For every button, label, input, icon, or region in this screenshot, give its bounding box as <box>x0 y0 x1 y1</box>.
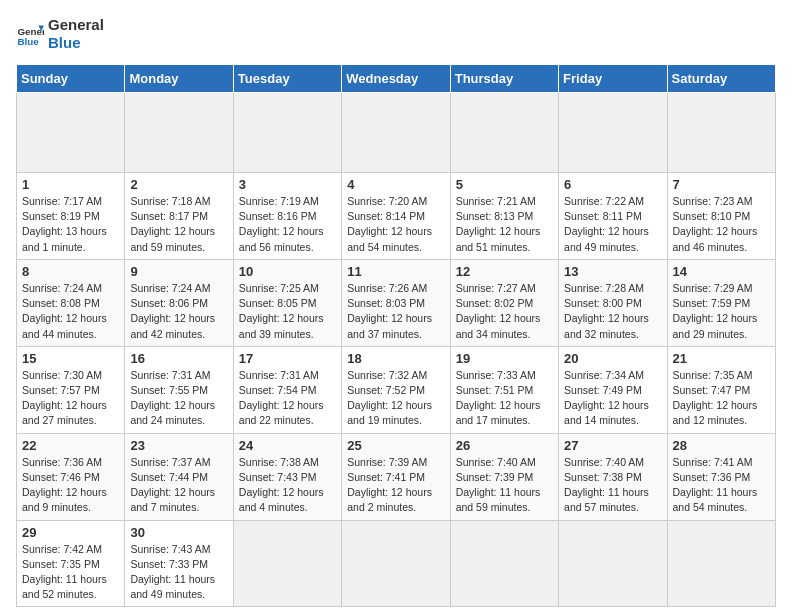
column-header-monday: Monday <box>125 65 233 93</box>
day-info: Sunrise: 7:26 AM Sunset: 8:03 PM Dayligh… <box>347 281 444 342</box>
day-number: 7 <box>673 177 770 192</box>
calendar-cell: 5Sunrise: 7:21 AM Sunset: 8:13 PM Daylig… <box>450 173 558 260</box>
calendar-cell: 2Sunrise: 7:18 AM Sunset: 8:17 PM Daylig… <box>125 173 233 260</box>
day-info: Sunrise: 7:17 AM Sunset: 8:19 PM Dayligh… <box>22 194 119 255</box>
calendar-cell: 17Sunrise: 7:31 AM Sunset: 7:54 PM Dayli… <box>233 346 341 433</box>
day-info: Sunrise: 7:40 AM Sunset: 7:39 PM Dayligh… <box>456 455 553 516</box>
day-number: 16 <box>130 351 227 366</box>
calendar-cell <box>667 93 775 173</box>
day-number: 24 <box>239 438 336 453</box>
day-info: Sunrise: 7:18 AM Sunset: 8:17 PM Dayligh… <box>130 194 227 255</box>
calendar-cell: 25Sunrise: 7:39 AM Sunset: 7:41 PM Dayli… <box>342 433 450 520</box>
day-number: 18 <box>347 351 444 366</box>
calendar-cell: 29Sunrise: 7:42 AM Sunset: 7:35 PM Dayli… <box>17 520 125 607</box>
day-number: 17 <box>239 351 336 366</box>
day-info: Sunrise: 7:41 AM Sunset: 7:36 PM Dayligh… <box>673 455 770 516</box>
calendar-cell: 12Sunrise: 7:27 AM Sunset: 8:02 PM Dayli… <box>450 259 558 346</box>
day-info: Sunrise: 7:42 AM Sunset: 7:35 PM Dayligh… <box>22 542 119 603</box>
calendar-cell: 6Sunrise: 7:22 AM Sunset: 8:11 PM Daylig… <box>559 173 667 260</box>
day-info: Sunrise: 7:22 AM Sunset: 8:11 PM Dayligh… <box>564 194 661 255</box>
day-number: 3 <box>239 177 336 192</box>
day-info: Sunrise: 7:40 AM Sunset: 7:38 PM Dayligh… <box>564 455 661 516</box>
day-number: 25 <box>347 438 444 453</box>
day-number: 27 <box>564 438 661 453</box>
calendar-week-0 <box>17 93 776 173</box>
day-number: 10 <box>239 264 336 279</box>
day-info: Sunrise: 7:36 AM Sunset: 7:46 PM Dayligh… <box>22 455 119 516</box>
calendar-week-5: 29Sunrise: 7:42 AM Sunset: 7:35 PM Dayli… <box>17 520 776 607</box>
day-number: 28 <box>673 438 770 453</box>
day-info: Sunrise: 7:34 AM Sunset: 7:49 PM Dayligh… <box>564 368 661 429</box>
calendar-cell: 14Sunrise: 7:29 AM Sunset: 7:59 PM Dayli… <box>667 259 775 346</box>
calendar-cell <box>17 93 125 173</box>
day-number: 9 <box>130 264 227 279</box>
calendar-cell: 24Sunrise: 7:38 AM Sunset: 7:43 PM Dayli… <box>233 433 341 520</box>
day-number: 1 <box>22 177 119 192</box>
day-number: 22 <box>22 438 119 453</box>
day-number: 19 <box>456 351 553 366</box>
calendar-cell: 13Sunrise: 7:28 AM Sunset: 8:00 PM Dayli… <box>559 259 667 346</box>
day-number: 5 <box>456 177 553 192</box>
day-info: Sunrise: 7:27 AM Sunset: 8:02 PM Dayligh… <box>456 281 553 342</box>
day-info: Sunrise: 7:30 AM Sunset: 7:57 PM Dayligh… <box>22 368 119 429</box>
calendar-cell <box>342 520 450 607</box>
calendar-cell: 1Sunrise: 7:17 AM Sunset: 8:19 PM Daylig… <box>17 173 125 260</box>
calendar-cell <box>559 93 667 173</box>
day-info: Sunrise: 7:43 AM Sunset: 7:33 PM Dayligh… <box>130 542 227 603</box>
day-info: Sunrise: 7:29 AM Sunset: 7:59 PM Dayligh… <box>673 281 770 342</box>
calendar-cell: 23Sunrise: 7:37 AM Sunset: 7:44 PM Dayli… <box>125 433 233 520</box>
day-number: 21 <box>673 351 770 366</box>
page-header: General Blue General Blue <box>16 16 776 52</box>
calendar-week-3: 15Sunrise: 7:30 AM Sunset: 7:57 PM Dayli… <box>17 346 776 433</box>
day-number: 13 <box>564 264 661 279</box>
day-info: Sunrise: 7:33 AM Sunset: 7:51 PM Dayligh… <box>456 368 553 429</box>
calendar-cell: 21Sunrise: 7:35 AM Sunset: 7:47 PM Dayli… <box>667 346 775 433</box>
day-info: Sunrise: 7:31 AM Sunset: 7:55 PM Dayligh… <box>130 368 227 429</box>
day-info: Sunrise: 7:32 AM Sunset: 7:52 PM Dayligh… <box>347 368 444 429</box>
calendar-cell <box>342 93 450 173</box>
calendar-cell: 19Sunrise: 7:33 AM Sunset: 7:51 PM Dayli… <box>450 346 558 433</box>
day-number: 26 <box>456 438 553 453</box>
calendar-cell: 22Sunrise: 7:36 AM Sunset: 7:46 PM Dayli… <box>17 433 125 520</box>
day-number: 20 <box>564 351 661 366</box>
day-info: Sunrise: 7:28 AM Sunset: 8:00 PM Dayligh… <box>564 281 661 342</box>
calendar-week-4: 22Sunrise: 7:36 AM Sunset: 7:46 PM Dayli… <box>17 433 776 520</box>
day-number: 2 <box>130 177 227 192</box>
logo-general: General <box>48 16 104 34</box>
day-info: Sunrise: 7:25 AM Sunset: 8:05 PM Dayligh… <box>239 281 336 342</box>
column-header-friday: Friday <box>559 65 667 93</box>
logo-blue: Blue <box>48 34 104 52</box>
calendar-cell: 11Sunrise: 7:26 AM Sunset: 8:03 PM Dayli… <box>342 259 450 346</box>
column-header-wednesday: Wednesday <box>342 65 450 93</box>
day-info: Sunrise: 7:24 AM Sunset: 8:08 PM Dayligh… <box>22 281 119 342</box>
svg-text:Blue: Blue <box>17 36 39 47</box>
column-header-saturday: Saturday <box>667 65 775 93</box>
column-header-tuesday: Tuesday <box>233 65 341 93</box>
calendar-cell <box>450 520 558 607</box>
calendar-cell: 8Sunrise: 7:24 AM Sunset: 8:08 PM Daylig… <box>17 259 125 346</box>
calendar-cell: 3Sunrise: 7:19 AM Sunset: 8:16 PM Daylig… <box>233 173 341 260</box>
day-info: Sunrise: 7:20 AM Sunset: 8:14 PM Dayligh… <box>347 194 444 255</box>
calendar-week-1: 1Sunrise: 7:17 AM Sunset: 8:19 PM Daylig… <box>17 173 776 260</box>
day-info: Sunrise: 7:21 AM Sunset: 8:13 PM Dayligh… <box>456 194 553 255</box>
calendar-cell: 18Sunrise: 7:32 AM Sunset: 7:52 PM Dayli… <box>342 346 450 433</box>
day-info: Sunrise: 7:35 AM Sunset: 7:47 PM Dayligh… <box>673 368 770 429</box>
calendar-header-row: SundayMondayTuesdayWednesdayThursdayFrid… <box>17 65 776 93</box>
calendar-cell: 28Sunrise: 7:41 AM Sunset: 7:36 PM Dayli… <box>667 433 775 520</box>
day-number: 8 <box>22 264 119 279</box>
day-number: 6 <box>564 177 661 192</box>
day-number: 29 <box>22 525 119 540</box>
day-info: Sunrise: 7:37 AM Sunset: 7:44 PM Dayligh… <box>130 455 227 516</box>
calendar-cell <box>233 93 341 173</box>
calendar-cell: 16Sunrise: 7:31 AM Sunset: 7:55 PM Dayli… <box>125 346 233 433</box>
day-info: Sunrise: 7:23 AM Sunset: 8:10 PM Dayligh… <box>673 194 770 255</box>
calendar-week-2: 8Sunrise: 7:24 AM Sunset: 8:08 PM Daylig… <box>17 259 776 346</box>
calendar-cell: 7Sunrise: 7:23 AM Sunset: 8:10 PM Daylig… <box>667 173 775 260</box>
calendar-cell <box>125 93 233 173</box>
day-info: Sunrise: 7:24 AM Sunset: 8:06 PM Dayligh… <box>130 281 227 342</box>
day-number: 30 <box>130 525 227 540</box>
day-number: 23 <box>130 438 227 453</box>
calendar-cell: 10Sunrise: 7:25 AM Sunset: 8:05 PM Dayli… <box>233 259 341 346</box>
calendar-cell <box>667 520 775 607</box>
day-info: Sunrise: 7:19 AM Sunset: 8:16 PM Dayligh… <box>239 194 336 255</box>
